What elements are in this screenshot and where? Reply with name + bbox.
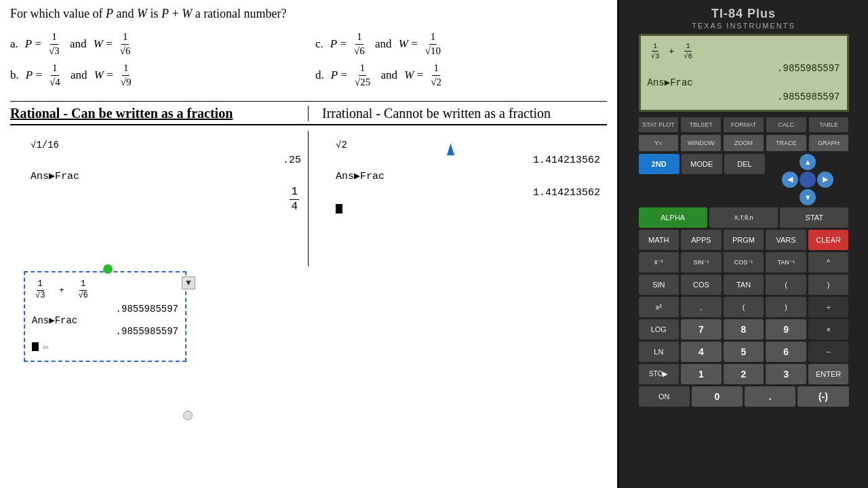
7-button[interactable]: 7: [681, 319, 722, 340]
vars-button[interactable]: VARS: [766, 230, 806, 250]
keypad-row-10: ON 0 . (-): [639, 386, 849, 407]
y-equals-button[interactable]: Y=: [639, 135, 679, 151]
screen-line3: Ans▶Frac: [648, 76, 840, 90]
option-a-label: a.: [10, 37, 18, 51]
table-button[interactable]: TABLE: [809, 117, 849, 132]
cos-inv-button[interactable]: COS⁻¹: [724, 252, 764, 272]
power-button[interactable]: ^: [808, 252, 849, 272]
rparen2-button[interactable]: ): [766, 297, 806, 317]
x-inv-button[interactable]: x⁻¹: [639, 252, 679, 272]
tblset-button[interactable]: TBLSET: [681, 117, 721, 132]
tooltip-ans-frac: Ans▶Frac: [32, 314, 178, 326]
screen-line2: .9855985597: [648, 62, 840, 76]
4-button[interactable]: 4: [681, 342, 722, 362]
minus-button[interactable]: −: [808, 342, 849, 362]
option-c: c. P = 1 √6 and W = 1 √10: [315, 30, 607, 58]
xton-button[interactable]: X,T,θ,n: [709, 207, 778, 228]
resize-handle[interactable]: [183, 411, 193, 420]
window-button[interactable]: WINDOW: [681, 135, 721, 151]
option-b: b. P = 1 √4 and W = 1 √9: [10, 62, 302, 89]
green-dot-icon[interactable]: [103, 264, 113, 274]
cos-button[interactable]: COS: [681, 274, 722, 295]
calculator-subtitle: TEXAS INSTRUMENTS: [692, 22, 795, 30]
mul-button[interactable]: ×: [808, 319, 849, 340]
tan-inv-button[interactable]: TAN⁻¹: [766, 252, 806, 272]
option-b-label: b.: [10, 68, 19, 82]
keypad-row-8: LN 4 5 6 −: [639, 342, 849, 362]
prgm-button[interactable]: PRGM: [724, 230, 764, 250]
del-button[interactable]: DEL: [724, 154, 765, 174]
alpha-button[interactable]: ALPHA: [639, 207, 707, 228]
left-arrow-button[interactable]: ◀: [782, 171, 798, 188]
option-a: a. P = 1 √3 and W = 1 √6: [10, 30, 302, 58]
sin-inv-button[interactable]: SIN⁻¹: [681, 252, 722, 272]
rational-header: Rational - Can be written as a fraction: [10, 106, 309, 121]
screen-line1: 1 √3 + 1 √6: [648, 41, 840, 62]
expand-arrow-icon[interactable]: ▼: [182, 277, 195, 289]
log-button[interactable]: LOG: [639, 319, 679, 340]
2-button[interactable]: 2: [724, 364, 764, 384]
keypad-row-9: STO▶ 1 2 3 ENTER: [639, 364, 849, 384]
rational-title: Rational - Can be written as a fraction: [10, 106, 233, 121]
div-button[interactable]: ÷: [808, 297, 849, 317]
ln-button[interactable]: LN: [639, 342, 679, 362]
option-c-label: c.: [315, 37, 323, 51]
clear-button[interactable]: CLEAR: [808, 230, 849, 250]
neg-button[interactable]: (-): [797, 386, 848, 407]
0-button[interactable]: 0: [692, 386, 743, 407]
irrational-cursor: [336, 204, 342, 214]
2nd-button[interactable]: 2ND: [639, 154, 679, 174]
format-button[interactable]: FORMAT: [724, 117, 764, 132]
6-button[interactable]: 6: [766, 342, 806, 362]
columns-body: √1/16 .25 Ans▶Frac 1 4 ▲ √2 1.4: [10, 131, 607, 266]
graph-button[interactable]: GRAPH: [809, 135, 849, 151]
irrational-ans-frac: Ans▶Frac: [336, 169, 600, 185]
keypad-row-7: LOG 7 8 9 ×: [639, 319, 849, 340]
option-c-w-frac: 1 √10: [424, 30, 442, 58]
keypad-row-3: MATH APPS PRGM VARS CLEAR: [639, 230, 849, 250]
keypad-row-4: x⁻¹ SIN⁻¹ COS⁻¹ TAN⁻¹ ^: [639, 252, 849, 272]
up-arrow-button[interactable]: ▲: [800, 154, 816, 170]
trace-button[interactable]: TRACE: [766, 135, 806, 151]
keypad-row-5: SIN COS TAN ( ): [639, 274, 849, 295]
tan-button[interactable]: TAN: [724, 274, 764, 295]
lparen-button[interactable]: (: [766, 274, 806, 295]
5-button[interactable]: 5: [724, 342, 764, 362]
apps-button[interactable]: APPS: [681, 230, 722, 250]
left-panel: For which value of P and W is P + W a ra…: [0, 0, 617, 488]
irrational-header: Irrational - Cannot be written as a frac…: [309, 106, 607, 121]
right-arrow-button[interactable]: ▶: [817, 171, 833, 188]
irrational-calc-block: √2 1.414213562 Ans▶Frac 1.414213562: [336, 138, 600, 220]
stat-button[interactable]: STAT: [780, 207, 848, 228]
rational-result1: .25: [31, 152, 301, 169]
irrational-column-body: ▲ √2 1.414213562 Ans▶Frac 1.414213562: [309, 131, 607, 266]
3-button[interactable]: 3: [766, 364, 806, 384]
enter-button[interactable]: ENTER: [808, 364, 849, 384]
9-button[interactable]: 9: [766, 319, 806, 340]
mode-button[interactable]: MODE: [682, 154, 722, 174]
arrow-pad-container: ▲ ◀ ▶ ▼: [767, 154, 848, 205]
keypad-row-6: x² , ( ) ÷: [639, 297, 849, 317]
math-button[interactable]: MATH: [639, 230, 679, 250]
stat-plot-button[interactable]: STAT PLOT: [639, 117, 679, 132]
down-arrow-button[interactable]: ▼: [800, 189, 816, 205]
1-button[interactable]: 1: [681, 364, 722, 384]
option-b-p-frac: 1 √4: [48, 62, 62, 89]
on-button[interactable]: ON: [639, 386, 690, 407]
option-a-p-frac: 1 √3: [47, 30, 61, 58]
rational-calc-block: √1/16 .25 Ans▶Frac 1 4: [31, 138, 301, 214]
dot-button[interactable]: .: [745, 386, 795, 407]
options-grid: a. P = 1 √3 and W = 1 √6 c. P = 1 √6 and…: [10, 30, 607, 89]
comma-button[interactable]: ,: [681, 297, 722, 317]
zoom-button[interactable]: ZOOM: [724, 135, 764, 151]
center-button[interactable]: [800, 171, 816, 188]
divider: [10, 101, 607, 102]
calc-button[interactable]: CALC: [766, 117, 806, 132]
lparen2-button[interactable]: (: [724, 297, 764, 317]
rparen-button[interactable]: ): [808, 274, 849, 295]
8-button[interactable]: 8: [724, 319, 764, 340]
sto-button[interactable]: STO▶: [639, 364, 679, 384]
tooltip-box[interactable]: 1 √3 + 1 √6 .9855985597 Ans▶Frac .985598…: [24, 271, 186, 362]
x-squared-button[interactable]: x²: [639, 297, 679, 317]
sin-button[interactable]: SIN: [639, 274, 679, 295]
